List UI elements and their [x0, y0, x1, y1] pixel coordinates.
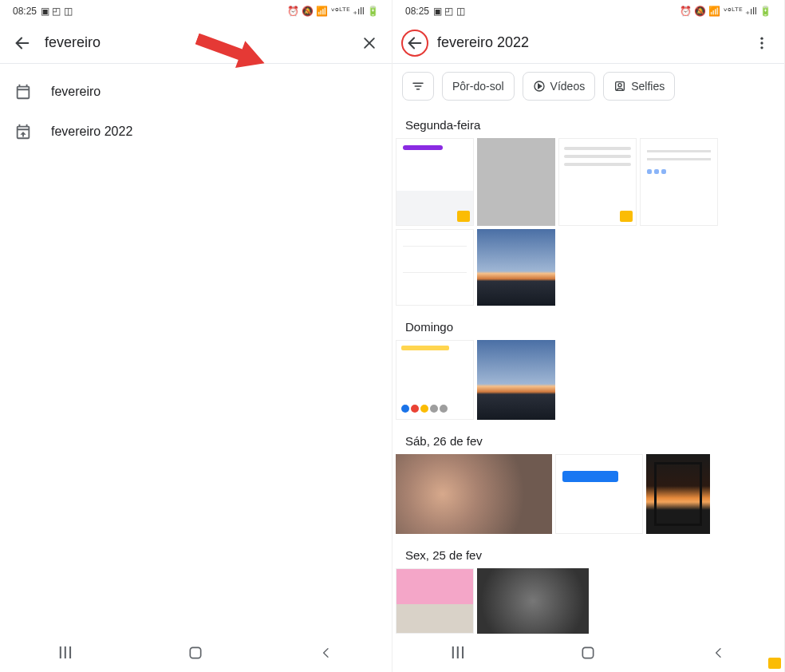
- chip-videos[interactable]: Vídeos: [523, 72, 596, 101]
- home-button[interactable]: [176, 645, 215, 661]
- photo-thumbnail[interactable]: [477, 138, 555, 226]
- status-right-icons: ⏰ 🔕 📶 ᵛᵒᴸᵀᴱ ₊ıll 🔋: [680, 6, 771, 16]
- arrow-left-icon: [14, 34, 31, 52]
- photo-thumbnail[interactable]: [396, 229, 474, 306]
- tune-icon: [411, 79, 425, 93]
- photo-thumbnail[interactable]: [477, 340, 555, 420]
- svg-point-8: [760, 46, 763, 49]
- home-button[interactable]: [569, 645, 607, 661]
- close-icon: [361, 35, 377, 51]
- date-group: Domingo: [392, 315, 784, 420]
- photo-thumbnail[interactable]: [646, 454, 710, 534]
- arrow-left-icon: [406, 34, 424, 52]
- calendar-icon: [14, 83, 32, 101]
- photo-thumbnail[interactable]: [640, 138, 718, 226]
- group-title: Sáb, 26 de fev: [392, 429, 784, 454]
- status-left-icons: ▣ ◰ ◫: [433, 6, 465, 16]
- suggestion-label: fevereiro: [51, 85, 101, 99]
- chip-label: Vídeos: [550, 80, 586, 93]
- svg-rect-16: [583, 647, 594, 658]
- recents-button[interactable]: III: [46, 642, 85, 663]
- back-nav-button[interactable]: [700, 646, 738, 659]
- chip-por-do-sol[interactable]: Pôr-do-sol: [442, 72, 515, 101]
- photo-thumbnail[interactable]: [396, 138, 474, 226]
- search-bar: [0, 22, 392, 64]
- back-button[interactable]: [10, 30, 35, 56]
- group-title: Sex, 25 de fev: [392, 544, 784, 568]
- chip-label: Selfies: [631, 80, 665, 93]
- recents-button[interactable]: III: [439, 642, 477, 663]
- back-button[interactable]: [402, 30, 428, 56]
- photo-thumbnail[interactable]: [477, 568, 589, 634]
- status-time: 08:25: [405, 6, 429, 17]
- chip-selfies[interactable]: Selfies: [603, 72, 675, 101]
- photo-thumbnail[interactable]: [477, 229, 555, 306]
- search-input[interactable]: [45, 34, 347, 51]
- more-button[interactable]: [749, 30, 775, 56]
- status-bar: 08:25 ▣ ◰ ◫ ⏰ 🔕 📶 ᵛᵒᴸᵀᴱ ₊ıll 🔋: [392, 0, 784, 22]
- svg-point-15: [618, 84, 621, 87]
- date-group: Sex, 25 de fev: [392, 544, 784, 634]
- search-input[interactable]: [437, 34, 740, 51]
- selfie-icon: [613, 80, 626, 93]
- empty-area: [0, 160, 392, 634]
- suggestion-label: fevereiro 2022: [51, 125, 132, 139]
- photo-thumbnail[interactable]: [396, 454, 552, 534]
- svg-rect-3: [191, 647, 201, 658]
- play-circle-icon: [533, 80, 546, 93]
- suggestion-row[interactable]: fevereiro: [0, 72, 392, 112]
- svg-point-7: [760, 42, 763, 44]
- photo-thumbnail[interactable]: [396, 340, 474, 420]
- svg-marker-13: [538, 84, 541, 88]
- filter-chips: Pôr-do-sol Vídeos Selfies: [392, 64, 784, 104]
- status-left-icons: ▣ ◰ ◫: [41, 6, 73, 16]
- status-right-icons: ⏰ 🔕 📶 ᵛᵒᴸᵀᴱ ₊ıll 🔋: [287, 6, 379, 16]
- search-suggestions: fevereiro fevereiro 2022: [0, 64, 392, 160]
- back-nav-button[interactable]: [307, 646, 345, 659]
- suggestion-row[interactable]: fevereiro 2022: [0, 112, 392, 152]
- date-group: Sáb, 26 de fev: [392, 429, 784, 534]
- android-nav-bar: III: [392, 634, 784, 672]
- more-vert-icon: [754, 35, 770, 51]
- group-title: Segunda-feira: [392, 113, 784, 138]
- status-bar: 08:25 ▣ ◰ ◫ ⏰ 🔕 📶 ᵛᵒᴸᵀᴱ ₊ıll 🔋: [0, 0, 392, 22]
- photo-thumbnail[interactable]: [558, 138, 637, 226]
- photo-thumbnail[interactable]: [396, 568, 474, 634]
- calendar-icon: [14, 123, 32, 140]
- android-nav-bar: III: [0, 634, 392, 672]
- status-time: 08:25: [13, 6, 37, 17]
- left-screenshot: 08:25 ▣ ◰ ◫ ⏰ 🔕 📶 ᵛᵒᴸᵀᴱ ₊ıll 🔋 fevereiro…: [0, 0, 392, 672]
- right-screenshot: 08:25 ▣ ◰ ◫ ⏰ 🔕 📶 ᵛᵒᴸᵀᴱ ₊ıll 🔋 Pôr-do-so…: [392, 0, 785, 672]
- svg-point-6: [760, 37, 763, 39]
- date-group: Segunda-feira: [392, 113, 784, 306]
- results-area[interactable]: Segunda-feira Domingo: [392, 104, 784, 634]
- filter-button[interactable]: [402, 72, 434, 101]
- chip-label: Pôr-do-sol: [452, 80, 504, 93]
- group-title: Domingo: [392, 315, 784, 340]
- photo-thumbnail[interactable]: [555, 454, 643, 534]
- clear-button[interactable]: [357, 30, 382, 56]
- search-bar: [392, 22, 784, 64]
